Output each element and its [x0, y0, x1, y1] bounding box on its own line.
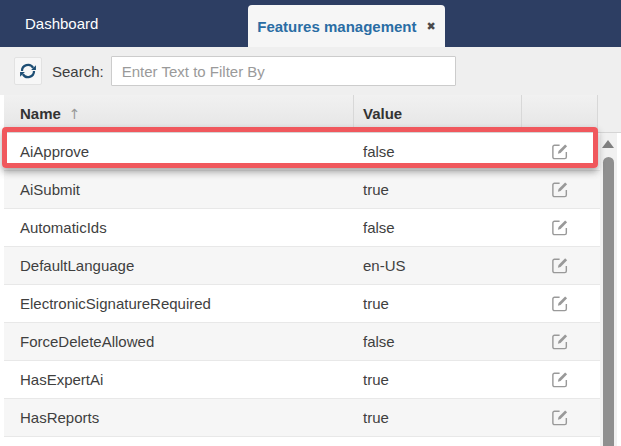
row-value-cell: false: [354, 219, 522, 236]
row-name-cell: HasReports: [4, 409, 354, 426]
grid-body: AiApprove false AiSubmit true: [4, 133, 600, 437]
edit-button[interactable]: [548, 140, 572, 163]
row-action-cell: [522, 140, 598, 163]
features-grid: Name ↑ Value AiApprove false AiSu: [0, 95, 621, 446]
row-name-cell: ElectronicSignatureRequired: [4, 295, 354, 312]
row-value-cell: false: [354, 333, 522, 350]
row-action-cell: [522, 406, 598, 429]
column-header-name[interactable]: Name ↑: [4, 95, 354, 132]
vertical-scrollbar[interactable]: [600, 133, 617, 446]
row-action-cell: [522, 330, 598, 353]
tab-bar: Dashboard Features management ✖: [0, 0, 621, 47]
row-value-cell: true: [354, 181, 522, 198]
search-input[interactable]: [111, 56, 456, 86]
refresh-icon: [19, 62, 37, 80]
row-action-cell: [522, 292, 598, 315]
scrollbar-thumb[interactable]: [603, 157, 614, 446]
edit-pencil-icon: [550, 218, 570, 237]
edit-pencil-icon: [550, 256, 570, 275]
column-header-value[interactable]: Value: [354, 95, 522, 132]
edit-button[interactable]: [548, 178, 572, 201]
edit-pencil-icon: [550, 408, 570, 427]
close-tab-icon[interactable]: ✖: [427, 21, 436, 32]
row-value-cell: true: [354, 295, 522, 312]
table-row[interactable]: HasReports true: [4, 399, 600, 437]
row-name-cell: AutomaticIds: [4, 219, 354, 236]
table-row[interactable]: ForceDeleteAllowed false: [4, 323, 600, 361]
sort-ascending-icon: ↑: [69, 106, 81, 122]
row-action-cell: [522, 254, 598, 277]
edit-pencil-icon: [550, 294, 570, 313]
row-name-cell: HasExpertAi: [4, 371, 354, 388]
edit-button[interactable]: [548, 406, 572, 429]
tab-dashboard[interactable]: Dashboard: [25, 0, 98, 47]
tab-features-management[interactable]: Features management ✖: [248, 5, 445, 47]
column-header-actions: [522, 95, 598, 132]
edit-button[interactable]: [548, 292, 572, 315]
grid-header: Name ↑ Value: [4, 95, 621, 133]
row-name-cell: DefaultLanguage: [4, 257, 354, 274]
row-name-cell: AiSubmit: [4, 181, 354, 198]
tab-features-label: Features management: [257, 18, 416, 35]
row-value-cell: true: [354, 371, 522, 388]
table-row[interactable]: AutomaticIds false: [4, 209, 600, 247]
row-action-cell: [522, 178, 598, 201]
row-value-cell: en-US: [354, 257, 522, 274]
column-header-name-label: Name: [20, 105, 61, 122]
app-window: Dashboard Features management ✖ Search: …: [0, 0, 621, 446]
table-row[interactable]: AiApprove false: [4, 133, 600, 171]
edit-button[interactable]: [548, 330, 572, 353]
row-value-cell: false: [354, 143, 522, 160]
row-name-cell: ForceDeleteAllowed: [4, 333, 354, 350]
table-row[interactable]: HasExpertAi true: [4, 361, 600, 399]
edit-button[interactable]: [548, 368, 572, 391]
edit-pencil-icon: [550, 332, 570, 351]
column-header-spacer: [598, 95, 621, 132]
table-row[interactable]: ElectronicSignatureRequired true: [4, 285, 600, 323]
search-label: Search:: [52, 63, 104, 80]
edit-pencil-icon: [550, 370, 570, 389]
tab-dashboard-label: Dashboard: [25, 15, 98, 32]
column-header-value-label: Value: [363, 105, 402, 122]
table-row[interactable]: AiSubmit true: [4, 171, 600, 209]
refresh-button[interactable]: [14, 57, 42, 85]
table-row[interactable]: DefaultLanguage en-US: [4, 247, 600, 285]
scrollbar-up-arrow-icon[interactable]: [602, 140, 614, 148]
edit-pencil-icon: [550, 142, 570, 161]
filter-toolbar: Search:: [0, 47, 621, 95]
row-action-cell: [522, 368, 598, 391]
row-name-cell: AiApprove: [4, 143, 354, 160]
row-value-cell: true: [354, 409, 522, 426]
row-action-cell: [522, 216, 598, 239]
edit-button[interactable]: [548, 254, 572, 277]
edit-pencil-icon: [550, 180, 570, 199]
edit-button[interactable]: [548, 216, 572, 239]
